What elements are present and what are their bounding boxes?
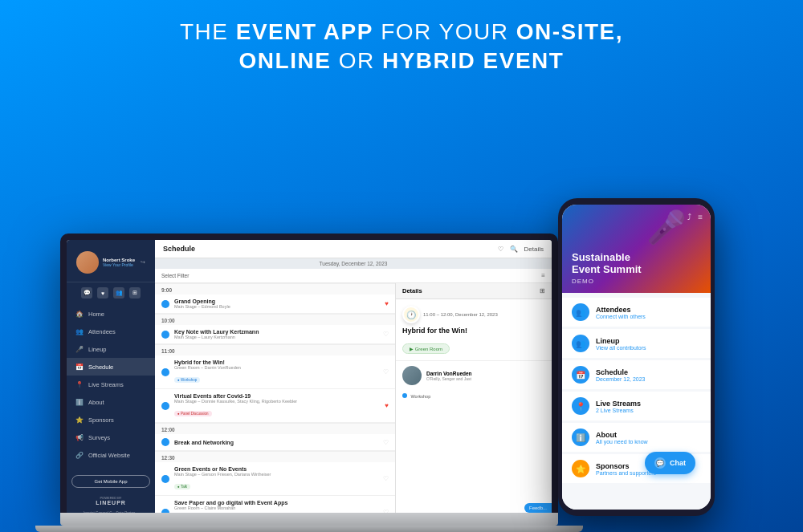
heart-empty-icon[interactable]: ♡ <box>383 439 389 446</box>
feedback-button[interactable]: Feedb... <box>524 503 552 513</box>
workshop-badge: ● Workshop <box>174 377 200 383</box>
laptop-base <box>60 513 558 526</box>
sidebar-item-sponsors[interactable]: ⭐ Sponsors <box>67 411 155 428</box>
schedule-item-save-paper[interactable]: Save Paper and go digital with Event App… <box>155 496 395 513</box>
schedule-menu-text: Schedule December 12, 2023 <box>596 368 701 382</box>
sidebar-nav: 🏠 Home 👥 Attendees 🎤 Lineup 📅 <box>67 302 155 467</box>
phone-menu-lineup[interactable]: 👥 Lineup View all contributors <box>562 329 711 358</box>
favorite-icon[interactable]: ♡ <box>498 246 503 253</box>
app-header: Schedule ♡ 🔍 Details <box>155 240 552 258</box>
schedule-item-virtual[interactable]: Virtual Events after Covid-19 Main Stage… <box>155 389 395 423</box>
get-mobile-app-button[interactable]: Get Mobile App <box>71 475 150 488</box>
sidebar-label-website: Official Website <box>88 452 130 459</box>
schedule-item-green-events[interactable]: Green Events or No Events Main Stage – G… <box>155 462 395 496</box>
item-title: Grand Opening <box>174 298 380 304</box>
sidebar-item-about[interactable]: ℹ️ About <box>67 393 155 411</box>
heart-filled-icon[interactable]: ♥ <box>385 402 389 409</box>
item-title: Break and Networking <box>174 440 378 445</box>
phone-menu-about[interactable]: ℹ️ About All you need to know <box>562 423 711 452</box>
heart-empty-icon[interactable]: ♡ <box>383 475 389 482</box>
schedule-item-content: Green Events or No Events Main Stage – G… <box>174 466 378 491</box>
speaker-row: Darrin VonRueden O'Reilly, Senger and Ja… <box>396 360 552 390</box>
detail-tag: Workshop <box>396 390 552 402</box>
speaker-name: Darrin VonRueden <box>426 371 472 376</box>
item-title: Key Note with Laury Kertzmann <box>174 329 378 335</box>
schedule-icon: 📅 <box>75 362 84 372</box>
about-icon: ℹ️ <box>75 397 84 407</box>
sidebar-label-livestreams: Live Streams <box>88 381 124 388</box>
laptop-foot <box>35 526 583 532</box>
sidebar-item-livestreams[interactable]: 📍 Live Streams <box>67 376 155 393</box>
hero-title: THE EVENT APP FOR YOUR ON-SITE, ONLINE O… <box>164 0 639 89</box>
sidebar-label-about: About <box>88 399 104 406</box>
share-icon[interactable]: ⤴ <box>687 213 691 221</box>
sidebar-item-website[interactable]: 🔗 Official Website <box>67 446 155 464</box>
sidebar-item-schedule[interactable]: 📅 Schedule <box>67 358 155 376</box>
heart-empty-icon[interactable]: ♡ <box>383 509 389 513</box>
detail-event-title: Hybrid for the Win! <box>396 327 552 339</box>
sidebar-label-schedule: Schedule <box>88 363 113 371</box>
filter-icon[interactable]: ≡ <box>541 272 545 279</box>
sidebar-item-surveys[interactable]: 📢 Surveys <box>67 428 155 446</box>
filter-text: Select Filter <box>161 273 541 278</box>
brand-name: LINEUPR <box>96 500 126 506</box>
phone-menu-livestreams[interactable]: 📍 Live Streams 2 Live Streams <box>562 392 711 420</box>
phone-menu-schedule[interactable]: 📅 Schedule December 12, 2023 <box>562 360 711 389</box>
sidebar-item-home[interactable]: 🏠 Home <box>67 305 155 323</box>
speaker-company: O'Reilly, Senger and Jast <box>426 376 472 381</box>
details-tab[interactable]: Details <box>524 246 544 253</box>
powered-by-text: POWERED BY <box>96 496 126 500</box>
details-header: Details ⊞ <box>396 283 552 299</box>
time-slot-11: 11:00 <box>155 344 395 355</box>
phone-menu-attendees[interactable]: 👥 Attendees Connect with others <box>562 298 711 327</box>
about-menu-icon: ℹ️ <box>572 428 589 446</box>
attendees-icon[interactable]: 👥 <box>113 287 124 298</box>
sidebar-footer: Imprint General C... Data Protec... <box>81 509 141 513</box>
chat-icon[interactable]: 💬 <box>81 287 92 298</box>
schedule-item-keynote[interactable]: Key Note with Laury Kertzmann Main Stage… <box>155 325 395 344</box>
time-slot-10: 10:00 <box>155 314 395 325</box>
livestreams-icon: 📍 <box>75 380 84 389</box>
schedule-item-grand-opening[interactable]: Grand Opening Main Stage – Edmond Boyle … <box>155 294 395 314</box>
logout-icon: ↪ <box>141 259 145 266</box>
phone: ⤴ ≡ 🎤 SustainableEvent Summit DEMO 👥 Att… <box>558 198 715 516</box>
app-main: Schedule ♡ 🔍 Details Tuesday, December 1… <box>155 240 552 513</box>
workshop-dot <box>402 393 407 398</box>
time-slot-12: 12:00 <box>155 423 395 434</box>
home-icon: 🏠 <box>75 309 84 319</box>
sidebar-item-attendees[interactable]: 👥 Attendees <box>67 323 155 340</box>
details-title: Details <box>402 287 422 294</box>
grid-icon[interactable]: ⊞ <box>129 287 141 298</box>
lineupr-logo: POWERED BY LINEUPR <box>92 493 129 509</box>
schedule-item-content: Virtual Events after Covid-19 Main Stage… <box>174 393 380 418</box>
speaker-info: Darrin VonRueden O'Reilly, Senger and Ja… <box>426 371 472 381</box>
sidebar-icon-row: 💬 ♥ 👥 ⊞ <box>81 282 141 302</box>
app-sidebar: Norbert Sroke View Your Profile ↪ 💬 ♥ 👥 … <box>67 240 155 513</box>
sponsors-menu-icon: ⭐ <box>572 460 589 477</box>
details-panel: Details ⊞ 🕐 11:00 – 12:00, December 12, … <box>395 283 552 513</box>
search-icon[interactable]: 🔍 <box>510 246 518 253</box>
heart-empty-icon[interactable]: ♡ <box>383 368 389 376</box>
calendar-grid-icon[interactable]: ⊞ <box>540 287 545 294</box>
sidebar-item-lineup[interactable]: 🎤 Lineup <box>67 340 155 358</box>
profile-link[interactable]: View Your Profile <box>103 262 135 267</box>
sidebar-label-lineup: Lineup <box>88 346 107 353</box>
heart-empty-icon[interactable]: ♡ <box>383 331 389 338</box>
item-sub: Green Room – Darrin VonRueden <box>174 365 378 370</box>
website-icon: 🔗 <box>75 450 84 460</box>
schedule-dot <box>161 331 169 339</box>
avatar <box>76 251 99 274</box>
heart-icon[interactable]: ♥ <box>97 287 108 298</box>
heart-filled-icon[interactable]: ♥ <box>385 300 389 307</box>
livestreams-menu-icon: 📍 <box>572 397 589 415</box>
green-room-badge[interactable]: ▶ Green Room <box>402 343 450 354</box>
schedule-dot <box>161 300 169 308</box>
menu-icon[interactable]: ≡ <box>698 213 703 221</box>
schedule-item-hybrid[interactable]: Hybrid for the Win! Green Room – Darrin … <box>155 355 395 389</box>
event-time-text: 11:00 – 12:00, December 12, 2023 <box>423 312 498 317</box>
schedule-item-content: Save Paper and go digital with Event App… <box>174 500 378 513</box>
chat-button[interactable]: 💬 Chat <box>645 452 695 474</box>
sidebar-label-home: Home <box>88 311 104 318</box>
schedule-item-break[interactable]: Break and Networking ♡ <box>155 434 395 451</box>
schedule-dot <box>161 475 169 483</box>
